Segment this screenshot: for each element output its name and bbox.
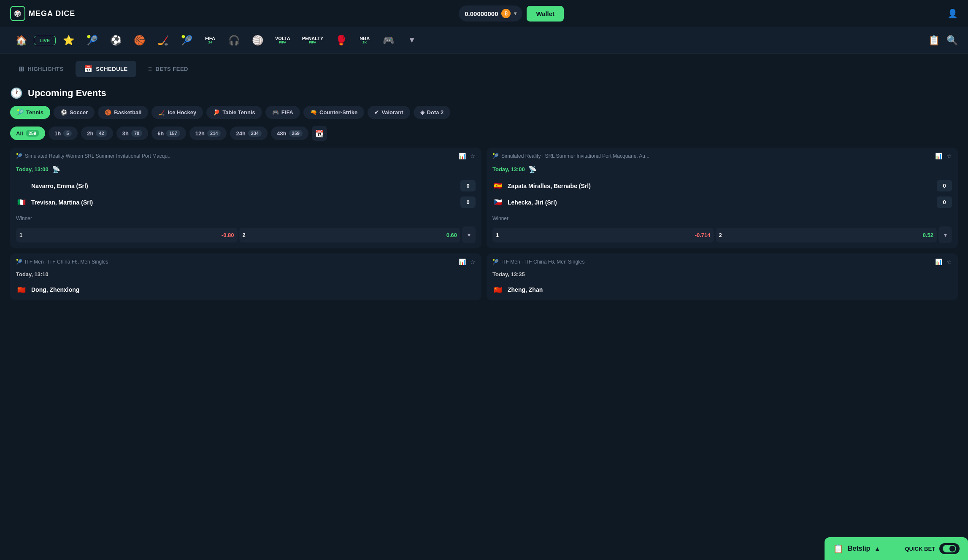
user-icon[interactable]: 👤	[947, 8, 958, 19]
balance-value: 0.00000000	[465, 10, 498, 17]
wallet-button[interactable]: Wallet	[527, 6, 564, 22]
time-12h-count: 214	[207, 130, 221, 137]
stats-icon-4[interactable]: 📊	[935, 258, 942, 265]
time-1h-label: 1h	[54, 130, 61, 137]
odds-2-val2: 0.52	[923, 232, 933, 238]
odds-2-dropdown[interactable]: ▾	[938, 226, 952, 243]
nav-more[interactable]: ▼	[401, 32, 423, 48]
tab-schedule[interactable]: 📅 SCHEDULE	[76, 61, 136, 77]
time-all[interactable]: All 259	[10, 127, 45, 140]
nav-live[interactable]: LIVE	[34, 36, 56, 45]
nav-esports[interactable]: 🎮	[377, 32, 399, 49]
fifa24-label: FIFA24	[205, 36, 215, 45]
tab-highlights[interactable]: ⊞ HIGHLIGHTS	[10, 61, 72, 77]
odds-2-btn2[interactable]: 2 0.52	[716, 228, 937, 242]
sport-basketball[interactable]: 🏀 Basketball	[98, 106, 148, 119]
team-4-flag: 🇨🇿	[492, 197, 503, 208]
currency-dropdown[interactable]: ▾	[514, 11, 516, 16]
nav-favorites[interactable]: ⭐	[57, 32, 79, 49]
schedule-label: SCHEDULE	[96, 66, 128, 72]
basketball-pill-icon: 🏀	[105, 109, 111, 116]
favorite-icon-2[interactable]: ☆	[946, 153, 952, 159]
time-24h[interactable]: 24h 234	[230, 127, 268, 140]
time-2h[interactable]: 2h 42	[81, 127, 113, 140]
favorite-icon-1[interactable]: ☆	[470, 153, 476, 159]
sport-soccer[interactable]: ⚽ Soccer	[54, 106, 95, 119]
basketball-pill-label: Basketball	[114, 109, 141, 116]
time-24h-count: 234	[248, 130, 262, 137]
sport-counter-strike[interactable]: 🔫 Counter-Strike	[303, 106, 364, 119]
odds-2-btn1[interactable]: 1 -0.714	[492, 228, 714, 242]
time-12h[interactable]: 12h 214	[189, 127, 227, 140]
event-4-team1: 🇨🇳 Zheng, Zhan	[492, 282, 952, 298]
odds-1-side1: 1	[19, 232, 22, 238]
time-1h[interactable]: 1h 5	[49, 127, 78, 140]
sport-ice-hockey[interactable]: 🏒 Ice Hockey	[151, 106, 203, 119]
nav-headset[interactable]: 🎧	[223, 32, 245, 49]
upcoming-title: Upcoming Events	[28, 88, 106, 99]
event-4-header-right: 📊 ☆	[935, 258, 952, 265]
nav-basketball[interactable]: 🏀	[128, 32, 150, 49]
nav-home[interactable]: 🏠	[10, 32, 32, 49]
betslip-bar[interactable]: 📋 Betslip ▲ QUICK BET	[825, 537, 968, 560]
event-1-teams: Navarro, Emma (Srl) 0 🇮🇹 Trevisan, Marti…	[10, 175, 481, 213]
event-1-league: 🎾 Simulated Reality Women SRL Summer Inv…	[16, 153, 459, 159]
stats-icon-2[interactable]: 📊	[935, 153, 942, 159]
valorant-pill-label: Valorant	[381, 109, 403, 116]
nav-tennis2[interactable]: 🎾	[176, 32, 197, 49]
event-1-header: 🎾 Simulated Reality Women SRL Summer Inv…	[10, 148, 481, 162]
odds-1-btn2[interactable]: 2 0.60	[239, 228, 461, 242]
calendar-button[interactable]: 📆	[312, 126, 327, 141]
header: 🎲 MEGA DICE 0.00000000 ₿ ▾ Wallet 👤	[0, 0, 968, 27]
event-1-team2: 🇮🇹 Trevisan, Martina (Srl) 0	[16, 194, 476, 210]
event-2-odds: 1 -0.714 2 0.52 ▾	[487, 223, 958, 248]
sport-table-tennis[interactable]: 🏓 Table Tennis	[206, 106, 262, 119]
tab-bets-feed[interactable]: ≡ BETS FEED	[140, 61, 197, 77]
search-icon[interactable]: 🔍	[946, 35, 958, 46]
odds-1-dropdown[interactable]: ▾	[462, 226, 476, 243]
more-icon: ▼	[408, 36, 416, 45]
time-3h[interactable]: 3h 70	[116, 127, 148, 140]
quick-bet-toggle[interactable]	[939, 543, 960, 554]
header-center: 0.00000000 ₿ ▾ Wallet	[459, 5, 564, 22]
sport-valorant[interactable]: ✔ Valorant	[368, 106, 410, 119]
betslip-arrow: ▲	[874, 545, 880, 552]
sport-dota2[interactable]: ◈ Dota 2	[414, 106, 451, 119]
event-3-time: Today, 13:10	[10, 268, 481, 279]
betslip-icon[interactable]: 📋	[928, 35, 940, 46]
nav-fifa24[interactable]: FIFA24	[199, 32, 221, 48]
nav-volta[interactable]: VOLTAFIFA	[270, 32, 295, 48]
time-1h-count: 5	[63, 130, 72, 137]
time-6h[interactable]: 6h 157	[151, 127, 186, 140]
odds-1-btn1[interactable]: 1 -0.80	[16, 228, 238, 242]
nav-tennis[interactable]: 🎾	[81, 32, 103, 49]
nav-hockey-stick[interactable]: 🏒	[152, 32, 174, 49]
favorite-icon-4[interactable]: ☆	[946, 258, 952, 265]
logo[interactable]: 🎲 MEGA DICE	[10, 6, 75, 21]
team-3-info: 🇪🇸 Zapata Miralles, Bernabe (Srl)	[492, 180, 591, 191]
time-48h-count: 259	[289, 130, 303, 137]
nav-boxing[interactable]: 🥊	[330, 32, 352, 49]
nav-penalty[interactable]: PENALTYFIFA	[297, 32, 329, 48]
favorite-icon-3[interactable]: ☆	[470, 258, 476, 265]
nav-nba2k[interactable]: NBA2K	[354, 32, 376, 48]
dota2-pill-label: Dota 2	[427, 109, 444, 116]
sport-icon-1: 🎾	[16, 153, 22, 159]
sport-icon-4: 🎾	[492, 259, 499, 265]
upcoming-section-header: 🕐 Upcoming Events	[0, 84, 968, 106]
stats-icon-3[interactable]: 📊	[459, 258, 466, 265]
team-1-score: 0	[460, 180, 476, 191]
event-4-teams: 🇨🇳 Zheng, Zhan	[487, 279, 958, 300]
tennis2-icon: 🎾	[181, 35, 192, 46]
event-2-team1: 🇪🇸 Zapata Miralles, Bernabe (Srl) 0	[492, 178, 952, 194]
nav-soccer[interactable]: ⚽	[105, 32, 127, 49]
nav-volleyball[interactable]: 🏐	[246, 32, 268, 49]
sport-icon-3: 🎾	[16, 259, 22, 265]
nav-bar: 🏠 LIVE ⭐ 🎾 ⚽ 🏀 🏒 🎾 FIFA24 🎧 🏐 VOLTAFIFA …	[0, 27, 968, 54]
sport-tennis[interactable]: 🎾 Tennis	[10, 106, 50, 119]
stats-icon-1[interactable]: 📊	[459, 153, 466, 159]
event-3-header-right: 📊 ☆	[459, 258, 476, 265]
sport-fifa[interactable]: 🎮 FIFA	[265, 106, 300, 119]
time-48h[interactable]: 48h 259	[271, 127, 308, 140]
event-2-header-right: 📊 ☆	[935, 153, 952, 159]
